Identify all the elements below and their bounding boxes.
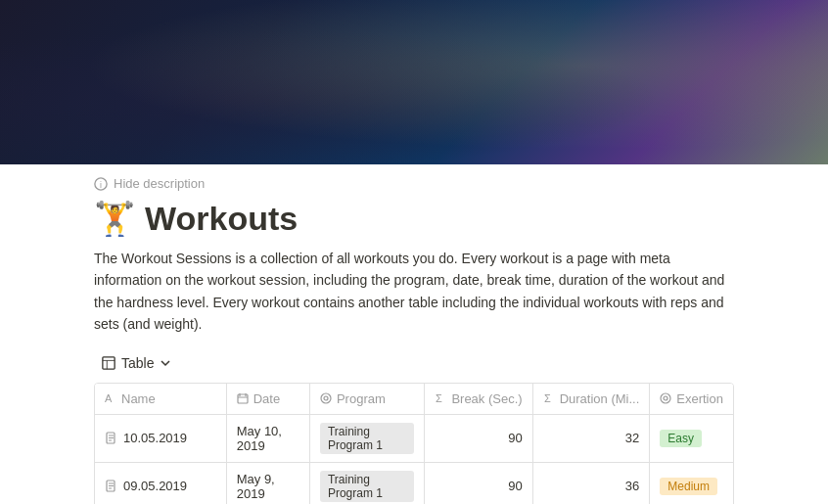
cell-name-0: 10.05.2019 <box>95 414 226 462</box>
svg-text:i: i <box>100 179 102 189</box>
table-toggle-label: Table <box>121 355 154 371</box>
cell-date-1: May 9, 2019 <box>226 462 309 504</box>
table-toggle[interactable]: Table <box>94 351 179 375</box>
page-emoji: 🏋️ <box>94 199 135 238</box>
hero-image <box>0 0 828 164</box>
svg-rect-2 <box>103 356 115 368</box>
page-icon <box>105 432 117 444</box>
col-header-name[interactable]: A Name <box>95 384 226 415</box>
svg-text:A: A <box>105 392 113 404</box>
page-description: The Workout Sessions is a collection of … <box>94 248 734 336</box>
cell-program-1: Training Program 1 <box>309 462 424 504</box>
svg-point-15 <box>664 396 667 400</box>
svg-point-11 <box>324 396 328 400</box>
col-header-duration[interactable]: Σ Duration (Mi... <box>532 384 650 415</box>
col-header-program[interactable]: Program <box>309 384 424 415</box>
page-icon <box>105 480 117 492</box>
cell-duration-0: 32 <box>532 414 650 462</box>
cell-break-1: 90 <box>425 462 532 504</box>
svg-point-10 <box>321 393 331 403</box>
sum-icon-duration: Σ <box>543 392 555 404</box>
sum-icon-break: Σ <box>435 392 446 404</box>
svg-text:Σ: Σ <box>436 392 442 404</box>
text-icon: A <box>105 392 116 404</box>
table-row[interactable]: 10.05.2019 May 10, 2019 Training Program… <box>95 414 733 462</box>
cell-duration-1: 36 <box>532 462 650 504</box>
page-title-text: Workouts <box>145 200 298 238</box>
data-table: A Name Date <box>94 383 734 504</box>
cell-exertion-1: Medium <box>650 462 733 504</box>
svg-point-14 <box>661 393 670 403</box>
cell-exertion-0: Easy <box>650 414 733 462</box>
cell-date-0: May 10, 2019 <box>226 414 309 462</box>
svg-text:Σ: Σ <box>544 392 551 404</box>
cell-break-0: 90 <box>425 414 532 462</box>
table-row[interactable]: 09.05.2019 May 9, 2019 Training Program … <box>95 462 733 504</box>
col-header-break[interactable]: Σ Break (Sec.) <box>425 384 532 415</box>
target-icon <box>320 392 332 404</box>
cell-program-0: Training Program 1 <box>309 414 424 462</box>
page-title: 🏋️ Workouts <box>94 199 734 238</box>
hide-description-label: Hide description <box>114 176 205 191</box>
col-header-exertion[interactable]: Exertion <box>650 384 733 415</box>
col-header-date[interactable]: Date <box>226 384 309 415</box>
chevron-down-icon <box>160 357 171 369</box>
table-icon <box>102 356 115 370</box>
hide-description-toggle[interactable]: i Hide description <box>94 176 734 191</box>
calendar-icon <box>237 392 249 404</box>
cell-name-1: 09.05.2019 <box>95 462 226 504</box>
target-icon-exertion <box>660 392 671 404</box>
info-icon: i <box>94 177 108 191</box>
